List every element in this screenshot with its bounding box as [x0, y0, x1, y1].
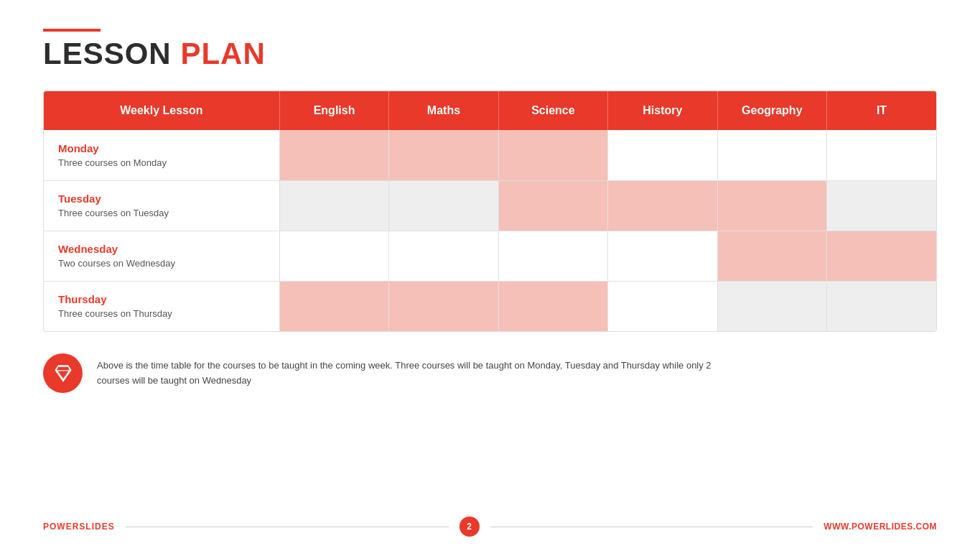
col-header-geography: Geography: [717, 91, 826, 130]
monday-day-name: Monday: [58, 142, 265, 154]
title-lesson: LESSON: [43, 37, 172, 70]
footer-note-text: Above is the time table for the courses …: [97, 358, 743, 389]
monday-history-cell: [608, 130, 717, 180]
tuesday-geo-cell: [717, 180, 826, 231]
lesson-table: Weekly Lesson English Maths Science Hist…: [44, 91, 936, 331]
tuesday-day-desc: Three courses on Tuesday: [58, 208, 265, 218]
wednesday-geo-cell: [717, 231, 826, 281]
title-plan: PLAN: [180, 37, 265, 70]
wednesday-it-cell: [827, 231, 936, 281]
lesson-table-container: Weekly Lesson English Maths Science Hist…: [43, 91, 937, 332]
thursday-day-name: Thursday: [58, 293, 265, 305]
wednesday-day-desc: Two courses on Wednesday: [58, 258, 265, 269]
bottom-brand: POWERSLIDES: [43, 522, 115, 532]
wednesday-maths-cell: [389, 231, 498, 281]
brand-text-slides: SLIDES: [79, 522, 114, 532]
tuesday-history-cell: [608, 180, 717, 231]
tuesday-label-cell: Tuesday Three courses on Tuesday: [44, 180, 279, 231]
bottom-url: WWW.POWERLIDES.COM: [823, 522, 937, 532]
tuesday-it-cell: [827, 180, 936, 231]
footer-note: Above is the time table for the courses …: [43, 353, 937, 393]
page-title: LESSON PLAN: [43, 39, 937, 69]
thursday-geo-cell: [717, 281, 826, 331]
thursday-science-cell: [498, 281, 607, 331]
wednesday-day-name: Wednesday: [58, 243, 265, 255]
bottom-line-right: [490, 527, 813, 527]
tuesday-english-cell: [279, 180, 388, 231]
table-row: Tuesday Three courses on Tuesday: [44, 180, 936, 231]
header-accent-line: [43, 29, 101, 32]
diamond-icon-wrap: [43, 353, 83, 393]
col-header-science: Science: [498, 91, 607, 130]
thursday-it-cell: [827, 281, 936, 331]
thursday-label-cell: Thursday Three courses on Thursday: [44, 281, 279, 331]
tuesday-day-name: Tuesday: [58, 193, 265, 205]
tuesday-maths-cell: [389, 180, 498, 231]
col-header-maths: Maths: [389, 91, 498, 130]
thursday-history-cell: [608, 281, 717, 331]
monday-science-cell: [498, 130, 607, 180]
col-header-history: History: [608, 91, 717, 130]
monday-it-cell: [827, 130, 936, 180]
table-row: Thursday Three courses on Thursday: [44, 281, 936, 331]
brand-text-power: POWER: [43, 522, 79, 532]
page-container: LESSON PLAN Weekly Lesson English Maths …: [0, 0, 980, 551]
page-number: 2: [459, 517, 480, 537]
thursday-english-cell: [279, 281, 388, 331]
col-header-weekly-lesson: Weekly Lesson: [44, 91, 279, 130]
monday-label-cell: Monday Three courses on Monday: [44, 130, 279, 180]
thursday-day-desc: Three courses on Thursday: [58, 308, 265, 319]
table-row: Monday Three courses on Monday: [44, 130, 936, 180]
wednesday-english-cell: [279, 231, 388, 281]
tuesday-science-cell: [498, 180, 607, 231]
bottom-line-left: [126, 527, 449, 527]
wednesday-science-cell: [498, 231, 607, 281]
wednesday-history-cell: [608, 231, 717, 281]
thursday-maths-cell: [389, 281, 498, 331]
col-header-english: English: [279, 91, 388, 130]
col-header-it: IT: [827, 91, 936, 130]
diamond-icon: [53, 364, 73, 384]
bottom-bar: POWERSLIDES 2 WWW.POWERLIDES.COM: [43, 517, 937, 537]
wednesday-label-cell: Wednesday Two courses on Wednesday: [44, 231, 279, 281]
table-row: Wednesday Two courses on Wednesday: [44, 231, 936, 281]
monday-geo-cell: [717, 130, 826, 180]
monday-maths-cell: [389, 130, 498, 180]
table-header-row: Weekly Lesson English Maths Science Hist…: [44, 91, 936, 130]
monday-english-cell: [279, 130, 388, 180]
monday-day-desc: Three courses on Monday: [58, 157, 265, 168]
